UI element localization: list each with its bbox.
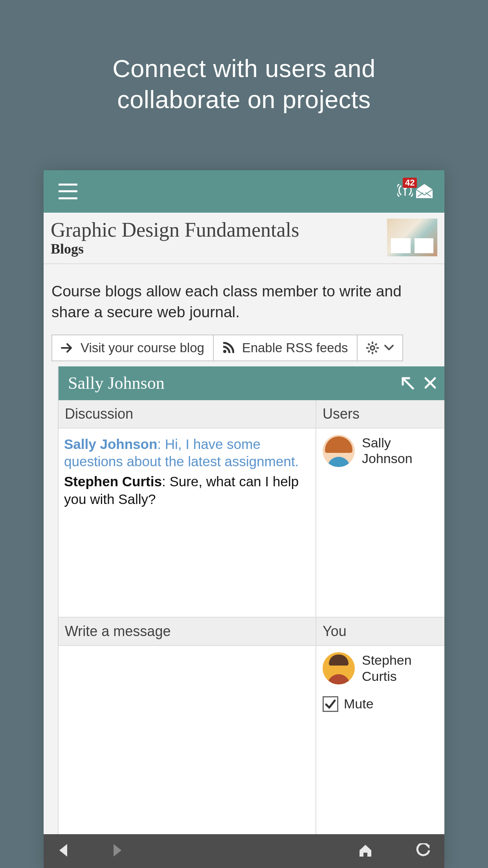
promo-line2: collaborate on projects — [112, 84, 375, 115]
settings-button[interactable] — [358, 335, 403, 361]
gear-icon — [366, 342, 379, 354]
mail-icon[interactable] — [415, 184, 433, 199]
message-item: Sally Johnson: Hi, I have some questions… — [64, 436, 310, 471]
mute-label: Mute — [344, 696, 374, 712]
blog-description: Course blogs allow each class member to … — [44, 264, 444, 335]
you-user-name: Stephen Curtis — [362, 652, 438, 684]
enable-rss-button[interactable]: Enable RSS feeds — [214, 335, 358, 361]
chat-footer-header: Write a message You — [59, 617, 444, 646]
content-area: Course blogs allow each class member to … — [44, 264, 444, 835]
user-name: Sally Johnson — [362, 435, 438, 467]
message-author: Stephen Curtis — [64, 474, 162, 489]
course-thumbnail — [387, 219, 437, 256]
user-list: Sally Johnson — [316, 428, 444, 617]
app-header: 42 — [44, 170, 444, 213]
checkbox-icon — [323, 696, 338, 712]
course-title: Graphic Design Fundamentals — [51, 218, 299, 241]
notification-badge: 42 — [403, 178, 417, 188]
write-message-header: Write a message — [59, 618, 316, 645]
you-header: You — [316, 618, 444, 645]
avatar — [323, 435, 355, 467]
visit-blog-button[interactable]: Visit your course blog — [51, 335, 214, 361]
menu-icon[interactable] — [59, 184, 77, 199]
rss-icon — [222, 342, 234, 354]
enable-rss-label: Enable RSS feeds — [242, 340, 348, 355]
chat-titlebar: Sally Johnson — [59, 366, 444, 400]
close-icon[interactable] — [424, 377, 437, 390]
message-item: Stephen Curtis: Sure, what can I help yo… — [64, 473, 310, 508]
chevron-down-icon — [384, 345, 394, 351]
action-buttons: Visit your course blog Enable RSS feeds — [51, 335, 437, 361]
refresh-icon[interactable] — [416, 843, 430, 859]
bottom-nav — [44, 834, 444, 868]
chat-panel: Sally Johnson Discussion Users Sal — [58, 366, 444, 835]
message-author: Sally Johnson — [64, 436, 157, 452]
home-icon[interactable] — [358, 843, 373, 859]
users-header: Users — [316, 400, 444, 428]
avatar — [323, 652, 355, 684]
arrow-right-icon — [61, 343, 73, 353]
svg-point-1 — [223, 350, 226, 353]
discussion-header: Discussion — [59, 400, 316, 428]
device-frame: 42 Graphic Design Fundamentals Blogs Cou… — [44, 170, 444, 868]
message-list: Sally Johnson: Hi, I have some questions… — [59, 428, 316, 617]
svg-line-8 — [375, 351, 377, 352]
promo-headline: Connect with users and collaborate on pr… — [112, 53, 375, 115]
svg-point-2 — [371, 346, 374, 350]
message-input[interactable] — [59, 646, 316, 834]
mute-toggle[interactable]: Mute — [323, 696, 438, 712]
svg-line-7 — [368, 344, 370, 345]
chat-columns-header: Discussion Users — [59, 400, 444, 428]
visit-blog-label: Visit your course blog — [81, 340, 204, 355]
popout-icon[interactable] — [401, 377, 415, 390]
you-panel: Stephen Curtis Mute — [316, 646, 444, 834]
svg-line-10 — [368, 351, 370, 352]
header-actions: 42 — [397, 184, 433, 199]
forward-icon[interactable] — [112, 843, 123, 859]
svg-line-9 — [375, 344, 377, 345]
chat-title: Sally Johnson — [68, 373, 165, 393]
title-bar: Graphic Design Fundamentals Blogs — [44, 213, 444, 264]
course-section: Blogs — [51, 241, 299, 257]
back-icon[interactable] — [58, 843, 69, 859]
promo-line1: Connect with users and — [112, 53, 375, 84]
